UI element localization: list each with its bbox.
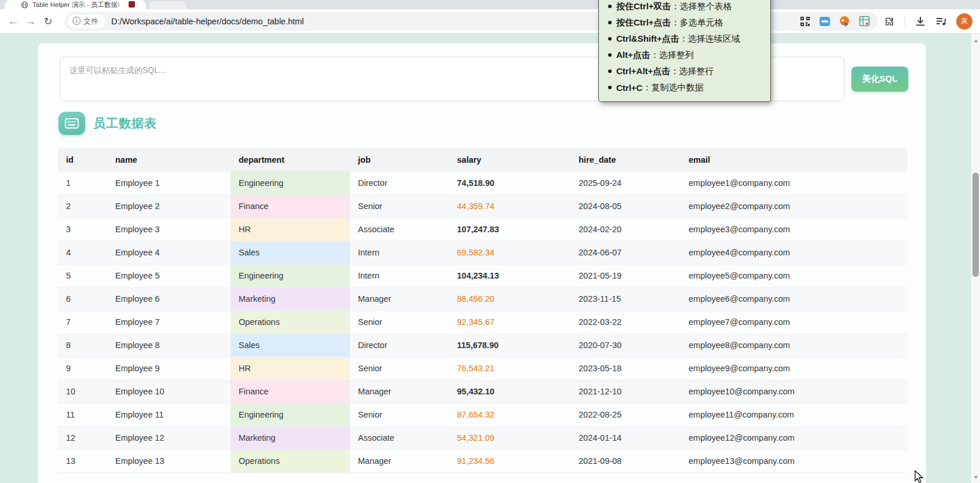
cell-hire_date[interactable]: 2021-12-10 <box>571 380 681 403</box>
column-header-email[interactable]: email <box>681 148 908 171</box>
cell-email[interactable]: employee7@company.com <box>681 310 908 334</box>
cell-hire_date[interactable]: 2024-08-05 <box>571 195 681 218</box>
cell-name[interactable]: Employee 7 <box>107 310 231 334</box>
cell-department[interactable]: Engineering <box>231 264 350 287</box>
cell-name[interactable]: Employee 1 <box>107 171 231 195</box>
table-extension-icon[interactable] <box>858 16 870 27</box>
cell-job[interactable]: Intern <box>350 264 449 287</box>
cell-department[interactable]: Marketing <box>231 287 350 310</box>
cell-hire_date[interactable]: 2024-02-20 <box>571 218 681 241</box>
cell-job[interactable]: Manager <box>350 287 449 310</box>
cell-department[interactable]: Finance <box>231 380 350 403</box>
cell-id[interactable]: 6 <box>58 287 107 310</box>
cell-id[interactable]: 8 <box>58 334 107 357</box>
scrollbar-down-arrow[interactable]: ▼ <box>971 473 980 482</box>
cell-job[interactable]: Intern <box>350 241 449 264</box>
browser-tab[interactable]: Table Helper 演示 - 员工数据表 <box>5 0 146 9</box>
cell-id[interactable]: 11 <box>58 403 107 426</box>
column-header-job[interactable]: job <box>350 148 449 171</box>
cell-email[interactable]: employee8@company.com <box>681 334 908 357</box>
cell-salary[interactable]: 74,518.90 <box>449 171 571 195</box>
cell-name[interactable]: Employee 13 <box>107 449 231 473</box>
cell-id[interactable]: 3 <box>58 218 107 241</box>
beautify-sql-button[interactable]: 美化SQL <box>851 67 908 92</box>
qr-code-extension-icon[interactable] <box>799 16 811 27</box>
cell-email[interactable]: employee9@company.com <box>681 357 908 380</box>
profile-avatar[interactable]: 灰 <box>956 13 972 30</box>
cell-name[interactable]: Employee 10 <box>107 380 231 403</box>
cell-salary[interactable]: 92,345.67 <box>449 310 571 334</box>
cell-hire_date[interactable]: 2021-05-19 <box>571 264 681 287</box>
cell-salary[interactable]: 69,582.34 <box>449 241 571 264</box>
download-button[interactable] <box>915 16 926 27</box>
cell-id[interactable]: 2 <box>58 195 107 218</box>
cell-salary[interactable]: 115,678.90 <box>449 334 571 357</box>
reload-button[interactable]: ↻ <box>39 13 57 30</box>
cell-email[interactable]: employee10@company.com <box>681 380 908 403</box>
cell-email[interactable]: employee1@company.com <box>681 171 908 195</box>
cell-department[interactable]: Marketing <box>231 426 350 449</box>
cell-department[interactable]: HR <box>231 218 350 241</box>
cell-name[interactable]: Employee 3 <box>107 218 231 241</box>
cell-salary[interactable]: 107,247.83 <box>449 218 571 241</box>
cell-name[interactable]: Employee 4 <box>107 241 231 264</box>
cell-id[interactable]: 7 <box>58 310 107 334</box>
cell-job[interactable]: Director <box>350 171 449 195</box>
cell-name[interactable]: Employee 2 <box>107 195 231 218</box>
column-header-name[interactable]: name <box>107 148 231 171</box>
cell-department[interactable]: HR <box>231 357 350 380</box>
cell-job[interactable]: Manager <box>350 449 449 473</box>
cell-department[interactable]: Engineering <box>231 403 350 426</box>
palette-extension-icon[interactable] <box>839 16 850 27</box>
cell-job[interactable]: Senior <box>350 357 449 380</box>
cell-job[interactable]: Senior <box>350 310 449 334</box>
file-scheme-chip[interactable]: ⓘ 文件 <box>68 14 105 28</box>
extensions-puzzle-icon[interactable] <box>884 16 895 27</box>
cell-job[interactable]: Senior <box>350 195 449 218</box>
cell-email[interactable]: employee6@company.com <box>681 287 908 310</box>
cell-id[interactable]: 12 <box>58 426 107 449</box>
playlist-button[interactable] <box>935 16 947 27</box>
cell-email[interactable]: employee2@company.com <box>681 195 908 218</box>
cell-job[interactable]: Manager <box>350 380 449 403</box>
cell-job[interactable]: Associate <box>350 218 449 241</box>
cell-hire_date[interactable]: 2023-11-15 <box>571 287 681 310</box>
cell-department[interactable]: Operations <box>231 449 350 473</box>
cell-salary[interactable]: 91,234.56 <box>449 449 571 473</box>
cell-department[interactable]: Sales <box>231 241 350 264</box>
scrollbar-up-arrow[interactable]: ▲ <box>971 36 980 45</box>
translate-extension-icon[interactable] <box>819 16 831 27</box>
column-header-department[interactable]: department <box>231 148 350 171</box>
column-header-hire_date[interactable]: hire_date <box>571 148 681 171</box>
cell-hire_date[interactable]: 2024-01-14 <box>571 426 681 449</box>
cell-id[interactable]: 9 <box>58 357 107 380</box>
cell-hire_date[interactable]: 2022-03-22 <box>571 310 681 334</box>
cell-name[interactable]: Employee 12 <box>107 426 231 449</box>
cell-salary[interactable]: 44,359.74 <box>449 195 571 218</box>
cell-name[interactable]: Employee 6 <box>107 287 231 310</box>
cell-job[interactable]: Associate <box>350 426 449 449</box>
cell-salary[interactable]: 54,321.09 <box>449 426 571 449</box>
cell-hire_date[interactable]: 2025-09-24 <box>571 171 681 195</box>
cell-department[interactable]: Sales <box>231 334 350 357</box>
cell-salary[interactable]: 104,234.13 <box>449 264 571 287</box>
cell-department[interactable]: Finance <box>231 195 350 218</box>
cell-salary[interactable]: 95,432.10 <box>449 380 571 403</box>
cell-id[interactable]: 13 <box>58 449 107 473</box>
cell-id[interactable]: 1 <box>58 171 107 195</box>
cell-salary[interactable]: 76,543.21 <box>449 357 571 380</box>
cell-job[interactable]: Senior <box>350 403 449 426</box>
cell-email[interactable]: employee12@company.com <box>681 426 908 449</box>
cell-email[interactable]: employee13@company.com <box>681 449 908 473</box>
cell-hire_date[interactable]: 2024-06-07 <box>571 241 681 264</box>
cell-name[interactable]: Employee 8 <box>107 334 231 357</box>
column-header-salary[interactable]: salary <box>449 148 571 171</box>
cell-hire_date[interactable]: 2022-08-25 <box>571 403 681 426</box>
cell-email[interactable]: employee3@company.com <box>681 218 908 241</box>
new-tab-button[interactable] <box>149 1 187 9</box>
cell-job[interactable]: Director <box>350 334 449 357</box>
cell-department[interactable]: Engineering <box>231 171 350 195</box>
vertical-scrollbar[interactable]: ▲ ▼ <box>971 34 980 483</box>
cell-department[interactable]: Operations <box>231 310 350 334</box>
cell-hire_date[interactable]: 2021-09-08 <box>571 449 681 473</box>
